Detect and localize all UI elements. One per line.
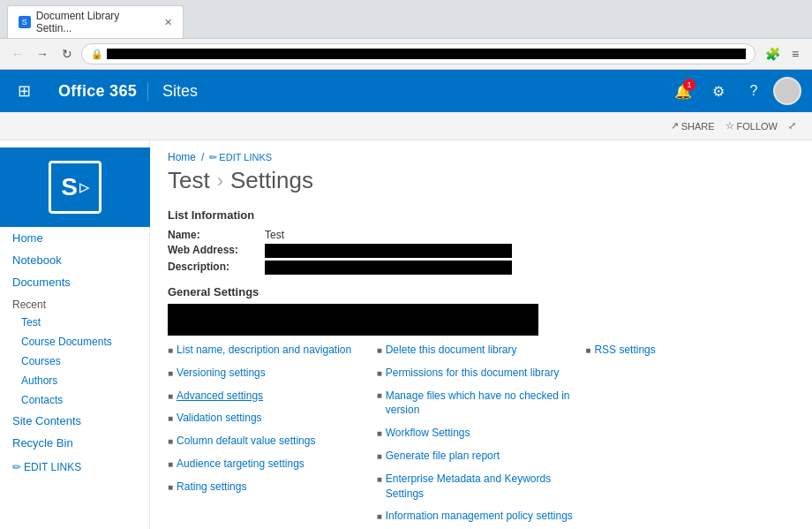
notification-button[interactable]: 🔔 1 <box>667 75 699 107</box>
link-permissions[interactable]: ■ Permissions for this document library <box>377 366 577 381</box>
bullet-6: ■ <box>168 458 173 471</box>
extensions-button[interactable]: 🧩 <box>763 44 782 64</box>
browser-nav-bar: ← → ↻ 🔒 https://████████████████████████… <box>0 38 812 69</box>
tab-label: Document Library Settin... <box>36 10 155 34</box>
settings-col-2: ■ Delete this document library ■ Permiss… <box>377 343 586 529</box>
link-text-permissions: Permissions for this document library <box>386 366 560 381</box>
sidebar-subitem-courses[interactable]: Courses <box>0 351 149 371</box>
follow-label: FOLLOW <box>737 121 778 132</box>
link-rss[interactable]: ■ RSS settings <box>585 343 786 358</box>
sp-logo-icon: S ▷ <box>49 161 102 214</box>
bullet-c2-4: ■ <box>377 427 382 440</box>
help-button[interactable]: ? <box>738 75 770 107</box>
link-text-enterprise-metadata: Enterprise Metadata and Keywords Setting… <box>386 472 577 502</box>
edit-links-bottom-label: EDIT LINKS <box>24 461 81 473</box>
link-text-delete: Delete this document library <box>386 343 517 358</box>
sites-label[interactable]: Sites <box>147 82 212 101</box>
sp-logo-area: S ▷ <box>0 147 150 227</box>
edit-links-bottom[interactable]: ✏ EDIT LINKS <box>0 454 149 480</box>
o365-top-bar: ⊞ Office 365 Sites 🔔 1 ⚙ ? <box>0 70 812 112</box>
link-versioning[interactable]: ■ Versioning settings <box>168 366 368 381</box>
name-row: Name: Test <box>168 229 794 241</box>
sidebar-subitem-test[interactable]: Test <box>0 313 149 332</box>
sidebar-subitem-contacts[interactable]: Contacts <box>0 390 149 410</box>
avatar[interactable] <box>773 77 801 105</box>
bullet-c2-6: ■ <box>377 473 382 486</box>
refresh-button[interactable]: ↻ <box>56 43 78 64</box>
name-label: Name: <box>168 229 265 241</box>
focus-button[interactable]: ⤢ <box>783 118 801 133</box>
page-title-test: Test <box>168 167 210 194</box>
menu-button[interactable]: ≡ <box>786 44 805 64</box>
sidebar-subitem-course-documents[interactable]: Course Documents <box>0 332 149 351</box>
breadcrumb-edit-links[interactable]: ✏ EDIT LINKS <box>209 152 272 163</box>
sidebar-item-notebook[interactable]: Notebook <box>0 249 149 271</box>
notification-badge: 1 <box>683 79 695 91</box>
link-text-rating: Rating settings <box>177 480 246 495</box>
forward-button[interactable]: → <box>32 43 53 64</box>
link-text-info-management: Information management policy settings <box>386 509 573 524</box>
link-manage-files[interactable]: ■ Manage files which have no checked in … <box>377 389 577 419</box>
web-address-value <box>265 244 512 258</box>
bullet-c2-2: ■ <box>377 367 382 380</box>
link-text-rss: RSS settings <box>594 343 655 358</box>
link-text-list-name: List name, description and navigation <box>177 343 351 358</box>
description-label: Description: <box>168 261 265 275</box>
settings-col-3: ■ RSS settings <box>585 343 794 529</box>
link-advanced[interactable]: ■ Advanced settings <box>168 389 368 404</box>
follow-button[interactable]: ☆ FOLLOW <box>720 118 783 133</box>
back-button[interactable]: ← <box>7 43 28 64</box>
bullet-c2-1: ■ <box>377 344 382 357</box>
sp-main-content: Home / ✏ EDIT LINKS Test › Settings List… <box>150 140 812 529</box>
general-settings-title: General Settings <box>168 285 794 299</box>
manage-files-line1: Manage files which have no checked in <box>386 389 570 402</box>
link-workflow[interactable]: ■ Workflow Settings <box>377 426 577 441</box>
link-delete-library[interactable]: ■ Delete this document library <box>377 343 577 358</box>
settings-gear-button[interactable]: ⚙ <box>703 75 734 107</box>
bullet-c2-3: ■ <box>377 390 382 400</box>
o365-right-icons: 🔔 1 ⚙ ? <box>667 75 801 107</box>
web-address-label: Web Address: <box>168 244 265 258</box>
help-icon: ? <box>750 83 758 99</box>
link-text-workflow: Workflow Settings <box>386 426 470 441</box>
share-button[interactable]: ↗ SHARE <box>665 118 720 133</box>
link-column-default[interactable]: ■ Column default value settings <box>168 434 368 449</box>
list-info-table: Name: Test Web Address: Description: <box>168 229 794 275</box>
active-tab[interactable]: S Document Library Settin... ✕ <box>7 5 184 38</box>
browser-chrome: S Document Library Settin... ✕ ← → ↻ 🔒 h… <box>0 0 812 70</box>
sidebar-item-documents[interactable]: Documents <box>0 271 149 293</box>
bullet-7: ■ <box>168 481 173 494</box>
settings-grid: ■ List name, description and navigation … <box>168 343 794 529</box>
sidebar-item-home[interactable]: Home <box>0 227 149 249</box>
gear-icon: ⚙ <box>712 83 725 100</box>
link-list-name[interactable]: ■ List name, description and navigation <box>168 343 368 358</box>
link-text-versioning: Versioning settings <box>177 366 266 381</box>
address-bar[interactable]: 🔒 https://██████████████████████████████… <box>81 43 756 64</box>
link-rating[interactable]: ■ Rating settings <box>168 480 368 495</box>
url-text: https://████████████████████████████████… <box>107 49 746 59</box>
tab-close-button[interactable]: ✕ <box>164 17 172 28</box>
sidebar-subitem-authors[interactable]: Authors <box>0 371 149 390</box>
sidebar-item-site-contents[interactable]: Site Contents <box>0 410 149 432</box>
settings-col-1: ■ List name, description and navigation … <box>168 343 377 529</box>
lock-icon: 🔒 <box>91 49 103 60</box>
link-validation[interactable]: ■ Validation settings <box>168 411 368 426</box>
sidebar-section-recent: Recent <box>0 293 149 313</box>
nav-extra-buttons: 🧩 ≡ <box>763 44 805 64</box>
link-audience[interactable]: ■ Audience targeting settings <box>168 457 368 472</box>
link-info-management[interactable]: ■ Information management policy settings <box>377 509 577 524</box>
link-text-manage-files: Manage files which have no checked in ve… <box>386 389 570 419</box>
sidebar-item-recycle-bin[interactable]: Recycle Bin <box>0 432 149 454</box>
sp-logo-arrow: ▷ <box>79 180 89 194</box>
bullet-c3-1: ■ <box>585 344 590 357</box>
breadcrumb-home[interactable]: Home <box>168 151 196 163</box>
sp-logo-letter: S <box>61 173 78 201</box>
tab-bar: S Document Library Settin... ✕ <box>0 0 812 38</box>
link-text-advanced: Advanced settings <box>177 389 263 404</box>
link-enterprise-metadata[interactable]: ■ Enterprise Metadata and Keywords Setti… <box>377 472 577 502</box>
waffle-icon[interactable]: ⊞ <box>11 81 37 101</box>
share-label: SHARE <box>681 121 715 132</box>
page-title-settings: Settings <box>230 167 313 194</box>
link-file-plan[interactable]: ■ Generate file plan report <box>377 449 577 464</box>
sp-container: S ▷ Home Notebook Documents Recent Test … <box>0 140 812 529</box>
